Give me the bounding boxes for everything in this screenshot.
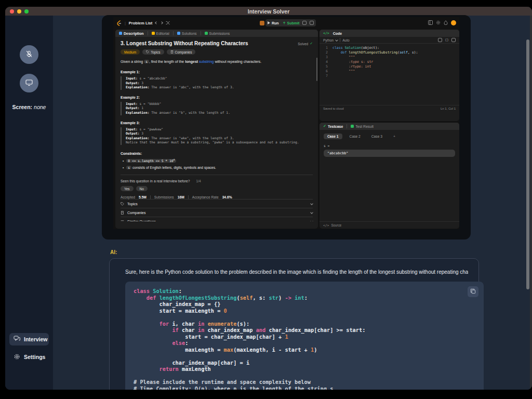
maximize-button[interactable] (24, 9, 29, 14)
description-panel: Description Editorial Solutions Submissi… (115, 30, 318, 229)
settings-gear-icon[interactable] (436, 20, 441, 25)
tab-submissions[interactable]: Submissions (205, 32, 230, 35)
layout-icon[interactable] (428, 20, 433, 25)
constraints-list: 0 <= s.length <= 5 * 104 s consists of E… (123, 158, 313, 169)
sidebar-item-interview[interactable]: Interview (9, 333, 49, 345)
building-icon (170, 50, 174, 54)
python-code[interactable]: class Solution: def lengthOfLongestSubst… (134, 288, 475, 390)
example-2-block: Input: s = "bbbbb"Output: 1Explanation: … (121, 102, 313, 115)
chat-scroll-area: | Problem List Run Su (53, 16, 532, 390)
description-scrollbar[interactable] (316, 58, 317, 81)
survey-row: Seen this question in a real interview b… (121, 179, 313, 183)
sidebar-nav: Interview Settings (9, 333, 49, 368)
leetcode-logo-icon[interactable] (116, 20, 122, 26)
solved-check-icon: ✓ (310, 42, 313, 46)
debug-icon[interactable] (260, 21, 264, 25)
avatar[interactable] (451, 20, 456, 25)
tag-icon (146, 50, 149, 54)
constraint-item: s consists of English letters, digits, s… (123, 166, 313, 169)
next-problem-icon[interactable] (160, 21, 163, 24)
code-panel-title: Code (333, 32, 342, 35)
topics-badge[interactable]: Topics (142, 49, 164, 55)
screen-status-value: none (34, 104, 46, 110)
reset-icon[interactable] (451, 38, 456, 42)
upload-icon (282, 21, 286, 25)
display-icon (25, 78, 33, 88)
app-window: Interview Solver (5, 7, 532, 390)
case-2-tab[interactable]: Case 2 (346, 134, 364, 139)
traffic-lights (10, 7, 29, 16)
expand-icon[interactable] (438, 38, 442, 42)
minimize-button[interactable] (17, 9, 21, 14)
tab-description[interactable]: Description (119, 32, 144, 35)
chevron-down-icon (310, 211, 313, 214)
run-button[interactable]: Run (268, 21, 279, 25)
survey-counter: 1/4 (196, 179, 201, 183)
sidebar: Screen: none Interview (5, 16, 53, 390)
source-label[interactable]: Source (331, 223, 341, 227)
difficulty-badge[interactable]: Medium (121, 49, 140, 55)
chevron-down-icon (310, 220, 313, 221)
nav-divider: | (125, 21, 126, 25)
format-icon[interactable]: {} (445, 38, 449, 42)
no-button[interactable]: No (136, 186, 148, 191)
accordion-topics[interactable]: Topics (121, 199, 313, 208)
example-1-block: Input: s = "abcabcbb"Output: 3Explanatio… (121, 76, 313, 90)
prev-problem-icon[interactable] (155, 21, 158, 24)
testcase-input[interactable]: "abcabcbb" (324, 150, 455, 157)
accordion-companies[interactable]: Companies (121, 208, 313, 217)
streak-icon[interactable] (444, 20, 448, 25)
scrollbar-thumb[interactable] (526, 39, 529, 289)
desktop: Interview Solver (0, 0, 532, 399)
testcase-panel: ✓Testcase Test Result Case 1 Case 2 Case… (320, 123, 459, 229)
saved-status: Saved to cloud (323, 107, 344, 110)
substring-link[interactable]: substring (199, 60, 214, 63)
editor-toolbar: Python Auto {} (320, 37, 459, 44)
gear-icon (14, 353, 20, 361)
shuffle-icon[interactable] (166, 21, 170, 25)
code-editor[interactable]: 1class Solution(object):2 def lengthOfLo… (320, 44, 459, 105)
window-title: Interview Solver (5, 8, 532, 15)
companies-badge[interactable]: Companies (167, 49, 196, 55)
cursor-position: Ln 1, Col 1 (441, 107, 456, 110)
testcase-param-label: s = (320, 139, 459, 148)
description-icon (119, 32, 122, 35)
problem-list-link[interactable]: Problem List (129, 21, 152, 25)
screen-share-button[interactable] (20, 74, 38, 92)
mic-off-icon (25, 50, 33, 60)
auto-toggle[interactable]: Auto (342, 38, 349, 42)
sidebar-item-settings-label: Settings (24, 354, 45, 360)
language-select[interactable]: Python (323, 38, 334, 42)
tag-icon (121, 202, 124, 206)
tab-solutions[interactable]: Solutions (177, 32, 197, 35)
mic-toggle-button[interactable] (20, 45, 38, 64)
copy-icon (470, 288, 476, 296)
accordion-similar-questions[interactable]: Similar Questions (121, 217, 313, 221)
tab-editorial[interactable]: Editorial (152, 32, 169, 35)
copy-button[interactable] (468, 286, 478, 297)
screen-status-label: Screen: (12, 104, 33, 110)
timer-icon[interactable] (302, 21, 307, 25)
tab-test-result[interactable]: Test Result (351, 125, 374, 128)
leetcode-topnav: | Problem List Run Su (113, 17, 459, 29)
notes-icon[interactable] (310, 21, 314, 25)
sidebar-item-interview-label: Interview (24, 336, 48, 342)
example-3-label: Example 3: (121, 121, 313, 125)
case-3-tab[interactable]: Case 3 (368, 134, 386, 139)
play-icon (268, 21, 270, 24)
yes-button[interactable]: Yes (121, 186, 134, 191)
code-panel-header: </> Code (320, 30, 459, 37)
case-1-tab[interactable]: Case 1 (324, 134, 342, 139)
code-icon: </> (323, 223, 329, 227)
list-icon (121, 220, 124, 221)
add-case-button[interactable]: + (390, 134, 399, 139)
problem-statement: Given a string s, find the length of the… (121, 59, 313, 64)
submit-button[interactable]: Submit (282, 21, 300, 25)
constraints-label: Constraints: (121, 152, 313, 155)
chat-icon (14, 336, 20, 343)
close-button[interactable] (10, 9, 14, 14)
tab-testcase[interactable]: ✓Testcase (323, 124, 343, 128)
sidebar-item-settings[interactable]: Settings (9, 351, 49, 363)
leetcode-screenshot: | Problem List Run Su (113, 17, 459, 229)
run-submit-group: Run Submit (265, 19, 316, 26)
